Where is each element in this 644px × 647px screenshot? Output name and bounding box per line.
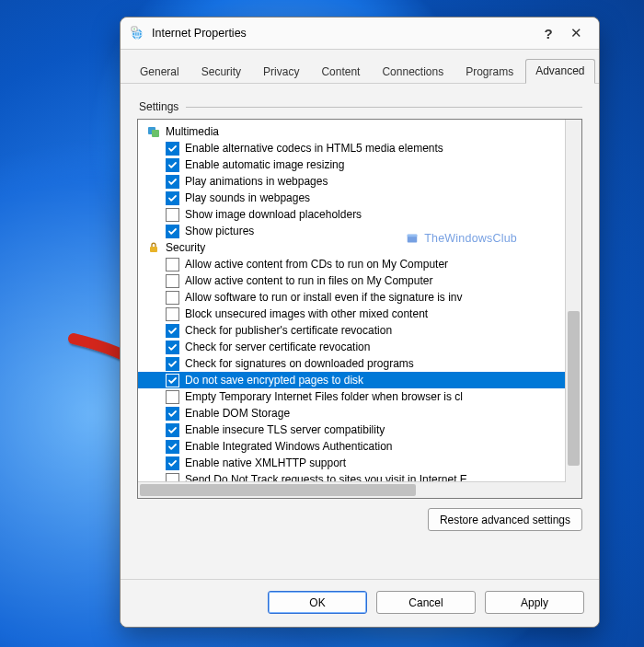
setting-row[interactable]: Enable Integrated Windows Authentication — [138, 438, 581, 455]
internet-properties-dialog: Internet Properties ? ✕ GeneralSecurityP… — [120, 17, 600, 628]
setting-row[interactable]: Enable native XMLHTTP support — [138, 455, 581, 471]
setting-label: Check for server certificate revocation — [185, 339, 370, 355]
checkbox[interactable] — [166, 374, 179, 387]
setting-row[interactable]: Block unsecured images with other mixed … — [138, 306, 581, 322]
checkbox[interactable] — [166, 225, 179, 238]
desktop-background: Internet Properties ? ✕ GeneralSecurityP… — [0, 0, 644, 647]
checkbox[interactable] — [166, 142, 179, 156]
category-security[interactable]: Security — [138, 239, 581, 256]
checkbox[interactable] — [166, 191, 179, 205]
internet-options-icon — [130, 26, 144, 40]
close-button[interactable]: ✕ — [562, 19, 590, 47]
checkbox[interactable] — [166, 258, 179, 272]
setting-row[interactable]: Enable alternative codecs in HTML5 media… — [138, 140, 581, 156]
svg-point-4 — [133, 29, 134, 29]
tab-strip: GeneralSecurityPrivacyContentConnections… — [121, 50, 599, 84]
setting-row[interactable]: Check for server certificate revocation — [138, 339, 581, 355]
setting-row[interactable]: Show pictures — [138, 223, 581, 239]
setting-row[interactable]: Show image download placeholders — [138, 206, 581, 223]
checkbox[interactable] — [166, 357, 179, 371]
setting-label: Show pictures — [185, 223, 254, 239]
checkbox[interactable] — [166, 440, 179, 454]
checkbox[interactable] — [166, 175, 179, 189]
ok-button[interactable]: OK — [268, 591, 367, 614]
svg-rect-6 — [152, 130, 159, 137]
setting-label: Enable insecure TLS server compatibility — [185, 422, 385, 438]
setting-label: Play sounds in webpages — [185, 190, 310, 206]
setting-label: Play animations in webpages — [185, 173, 328, 190]
vertical-scrollbar[interactable] — [565, 120, 581, 482]
setting-row[interactable]: Enable insecure TLS server compatibility — [138, 422, 581, 438]
settings-tree[interactable]: MultimediaEnable alternative codecs in H… — [137, 119, 582, 499]
close-icon: ✕ — [570, 25, 582, 41]
setting-label: Show image download placeholders — [185, 206, 362, 223]
group-rule — [186, 107, 582, 108]
setting-label: Allow active content to run in files on … — [185, 272, 432, 289]
titlebar[interactable]: Internet Properties ? ✕ — [121, 17, 599, 50]
tab-programs[interactable]: Programs — [455, 60, 523, 84]
tab-advanced[interactable]: Advanced — [525, 59, 594, 84]
setting-label: Enable native XMLHTTP support — [185, 455, 346, 471]
checkbox[interactable] — [166, 158, 179, 172]
setting-label: Empty Temporary Internet Files folder wh… — [185, 388, 463, 405]
checkbox[interactable] — [166, 307, 179, 321]
setting-row[interactable]: Check for publisher's certificate revoca… — [138, 322, 581, 339]
checkbox[interactable] — [166, 291, 179, 305]
tab-connections[interactable]: Connections — [372, 60, 454, 84]
checkbox[interactable] — [166, 341, 179, 354]
setting-row[interactable]: Play animations in webpages — [138, 173, 581, 190]
setting-label: Allow software to run or install even if… — [185, 289, 462, 306]
setting-label: Check for publisher's certificate revoca… — [185, 322, 392, 339]
svg-rect-7 — [150, 247, 157, 252]
settings-group-label: Settings — [139, 100, 582, 113]
setting-label: Do not save encrypted pages to disk — [185, 372, 363, 388]
setting-row[interactable]: Allow active content from CDs to run on … — [138, 256, 581, 272]
multimedia-icon — [147, 125, 160, 138]
dialog-title: Internet Properties — [152, 27, 535, 40]
setting-row[interactable]: Enable DOM Storage — [138, 405, 581, 422]
setting-label: Enable DOM Storage — [185, 405, 290, 422]
horizontal-scrollbar[interactable] — [138, 481, 566, 498]
setting-row[interactable]: Empty Temporary Internet Files folder wh… — [138, 388, 581, 405]
cancel-button[interactable]: Cancel — [376, 591, 476, 614]
checkbox[interactable] — [166, 407, 179, 421]
apply-button[interactable]: Apply — [485, 591, 584, 614]
setting-label: Check for signatures on downloaded progr… — [185, 355, 414, 372]
scroll-thumb[interactable] — [140, 484, 416, 496]
setting-row[interactable]: Play sounds in webpages — [138, 190, 581, 206]
setting-row[interactable]: Enable automatic image resizing — [138, 156, 581, 173]
scroll-thumb[interactable] — [568, 311, 580, 466]
checkbox[interactable] — [166, 456, 179, 470]
setting-label: Enable automatic image resizing — [185, 156, 344, 173]
setting-row[interactable]: Allow software to run or install even if… — [138, 289, 581, 306]
setting-row[interactable]: Do not save encrypted pages to disk — [138, 372, 581, 388]
tab-privacy[interactable]: Privacy — [253, 60, 309, 84]
setting-row[interactable]: Allow active content to run in files on … — [138, 272, 581, 289]
setting-label: Block unsecured images with other mixed … — [185, 306, 428, 322]
checkbox[interactable] — [166, 208, 179, 222]
setting-row[interactable]: Check for signatures on downloaded progr… — [138, 355, 581, 372]
checkbox[interactable] — [166, 324, 179, 338]
dialog-footer: OK Cancel Apply — [121, 579, 599, 627]
setting-label: Enable Integrated Windows Authentication — [185, 438, 392, 455]
checkbox[interactable] — [166, 423, 179, 437]
help-button[interactable]: ? — [535, 19, 562, 47]
scroll-corner — [566, 482, 581, 498]
checkbox[interactable] — [166, 390, 179, 404]
tab-security[interactable]: Security — [191, 60, 251, 84]
tab-general[interactable]: General — [130, 60, 190, 84]
setting-label: Enable alternative codecs in HTML5 media… — [185, 140, 443, 156]
tab-panel-advanced: Settings MultimediaEnable alternative co… — [121, 84, 599, 540]
tab-content[interactable]: Content — [311, 60, 370, 84]
restore-advanced-settings-button[interactable]: Restore advanced settings — [428, 508, 582, 531]
category-multimedia[interactable]: Multimedia — [138, 123, 581, 140]
security-lock-icon — [147, 241, 160, 254]
setting-label: Allow active content from CDs to run on … — [185, 256, 448, 272]
checkbox[interactable] — [166, 274, 179, 288]
